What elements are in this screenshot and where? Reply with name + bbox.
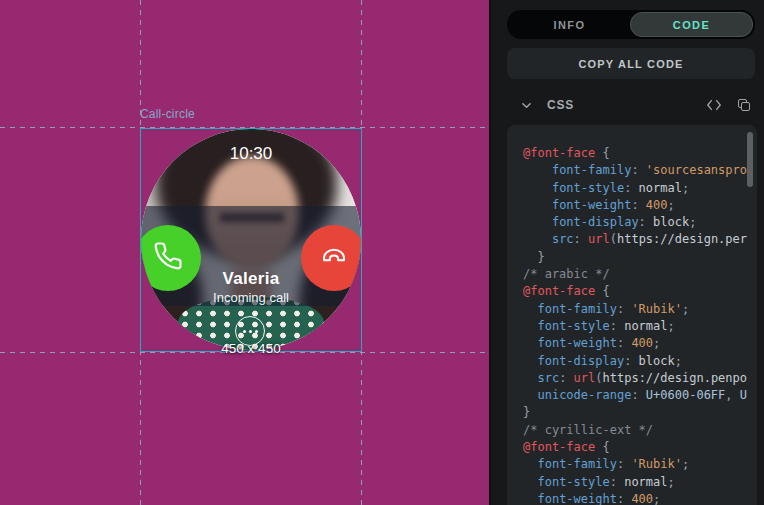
css-code-block[interactable]: @font-face { font-family: 'sourcesanspro… <box>507 125 757 505</box>
code-scrollbar[interactable] <box>747 132 753 187</box>
inspect-panel: INFO CODE COPY ALL CODE CSS @font-face <box>489 0 764 505</box>
penpot-workspace: Call-circle 10:30 Valeria Incoming call <box>0 0 764 505</box>
code-content: @font-face { font-family: 'sourcesanspro… <box>523 145 757 505</box>
selection-rect[interactable] <box>140 128 362 352</box>
code-view-icon[interactable] <box>703 94 725 116</box>
tab-code[interactable]: CODE <box>630 12 753 37</box>
design-canvas[interactable]: Call-circle 10:30 Valeria Incoming call <box>0 0 489 505</box>
css-section-label: CSS <box>547 98 574 112</box>
frame-name-label[interactable]: Call-circle <box>140 107 195 121</box>
selection-size-label: 450 x 450 <box>140 341 362 356</box>
copy-icon[interactable] <box>733 94 755 116</box>
tab-info[interactable]: INFO <box>509 12 630 37</box>
inspect-tabbar: INFO CODE <box>507 10 755 39</box>
copy-all-code-button[interactable]: COPY ALL CODE <box>507 48 755 79</box>
chevron-down-icon[interactable] <box>515 94 537 116</box>
css-section-header: CSS <box>507 94 755 116</box>
